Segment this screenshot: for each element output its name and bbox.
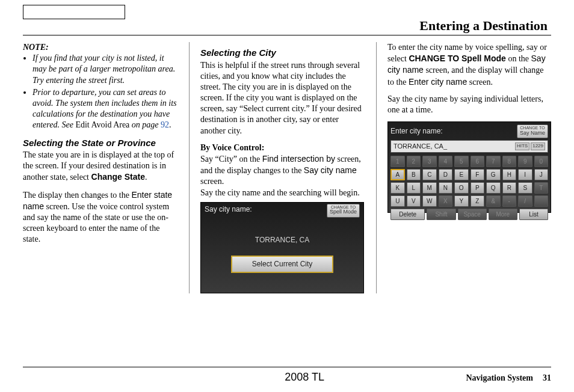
keyboard-key[interactable]: E bbox=[454, 169, 469, 180]
hits-value: 1229 bbox=[531, 142, 545, 150]
keyboard-key[interactable]: B bbox=[407, 169, 421, 180]
ui-label: CHANGE TO Spell Mode bbox=[409, 54, 506, 63]
text: The display then changes to the bbox=[23, 191, 131, 200]
text: screen. Use the voice control system and… bbox=[23, 202, 169, 244]
ui-label: Change State bbox=[91, 172, 145, 182]
keyboard-key[interactable]: J bbox=[534, 169, 549, 180]
page-link[interactable]: 92 bbox=[161, 120, 169, 129]
subheading-voice: By Voice Control: bbox=[200, 142, 364, 153]
blank-box bbox=[23, 5, 125, 19]
note-item: Prior to departure, you can set areas to… bbox=[32, 87, 177, 131]
delete-key[interactable]: Delete bbox=[390, 209, 425, 220]
model-label: 2008 TL bbox=[143, 371, 466, 384]
keyboard-key[interactable]: O bbox=[454, 182, 469, 194]
screen-title: Say city name: bbox=[205, 205, 252, 215]
text: screen. bbox=[200, 177, 224, 186]
page-number: 31 bbox=[543, 373, 551, 382]
footer: 2008 TL Navigation System 31 bbox=[23, 367, 551, 384]
keyboard-key[interactable]: 5 bbox=[454, 156, 469, 167]
text: screen. bbox=[467, 78, 493, 87]
hits-label: HITS bbox=[515, 142, 529, 150]
keyboard-key[interactable]: 3 bbox=[422, 156, 437, 167]
keyboard-key[interactable]: I bbox=[518, 169, 532, 180]
keyboard-key[interactable]: H bbox=[502, 169, 517, 180]
text: Spell Mode bbox=[330, 209, 357, 215]
keyboard-key[interactable]: X bbox=[439, 195, 453, 207]
subheading-state: Selecting the State or Province bbox=[23, 137, 177, 149]
text: Edit Avoid Area bbox=[75, 120, 129, 129]
paragraph: Say the city name and the searching will… bbox=[200, 188, 364, 198]
keyboard-key[interactable]: K bbox=[390, 182, 405, 194]
keyboard-key[interactable]: C bbox=[422, 169, 437, 180]
keyboard-key[interactable]: 2 bbox=[407, 156, 421, 167]
keyboard-key[interactable]: N bbox=[439, 182, 453, 194]
keyboard: 1234567890ABCDEFGHIJKLMNOPQRSTUVWXYZ&-/ bbox=[390, 156, 548, 207]
keyboard-key[interactable]: 7 bbox=[486, 156, 501, 167]
keyboard-key[interactable]: M bbox=[422, 182, 437, 194]
more-key[interactable]: More bbox=[489, 209, 517, 220]
note-label: NOTE: bbox=[23, 42, 177, 53]
keyboard-key[interactable]: 4 bbox=[439, 156, 453, 167]
text: . bbox=[169, 120, 171, 129]
navsys-label: Navigation System bbox=[466, 373, 533, 382]
text: Say Name bbox=[520, 130, 545, 136]
keyboard-key[interactable]: U bbox=[390, 195, 405, 207]
keyboard-key[interactable]: S bbox=[518, 182, 532, 194]
keyboard-key[interactable]: W bbox=[422, 195, 437, 207]
change-mode-button[interactable]: CHANGE TO Say Name bbox=[517, 124, 548, 138]
paragraph: To enter the city name by voice spelling… bbox=[387, 42, 551, 88]
text: . bbox=[145, 173, 147, 182]
space-key[interactable]: Space bbox=[458, 209, 487, 220]
ui-label: Say city name bbox=[304, 165, 357, 175]
keyboard-key[interactable]: / bbox=[518, 195, 532, 207]
keyboard-key[interactable]: & bbox=[486, 195, 501, 207]
paragraph: The state you are in is displayed at the… bbox=[23, 150, 177, 183]
keyboard-key[interactable]: F bbox=[471, 169, 485, 180]
keyboard-key[interactable]: L bbox=[407, 182, 421, 194]
keyboard-key[interactable]: V bbox=[407, 195, 421, 207]
shift-key[interactable]: Shift bbox=[427, 209, 455, 220]
nav-screen-enter-city: Enter city name: CHANGE TO Say Name TORR… bbox=[387, 121, 551, 213]
paragraph: Say the city name by saying individual l… bbox=[387, 94, 551, 115]
paragraph: Say “City” on the Find intersection by s… bbox=[200, 153, 364, 188]
keyboard-key[interactable]: Q bbox=[486, 182, 501, 194]
note-item: If you find that your city is not listed… bbox=[32, 53, 177, 86]
column-3: To enter the city name by voice spelling… bbox=[376, 42, 551, 293]
keyboard-key[interactable]: A bbox=[390, 169, 405, 180]
current-city: TORRANCE, CA bbox=[201, 236, 363, 245]
keyboard-key[interactable]: G bbox=[486, 169, 501, 180]
city-input[interactable]: TORRANCE, CA_ HITS 1229 bbox=[390, 140, 548, 152]
keyboard-key[interactable] bbox=[534, 195, 549, 207]
select-current-city-button[interactable]: Select Current City bbox=[231, 256, 333, 274]
content-columns: NOTE: If you find that your city is not … bbox=[23, 42, 551, 293]
change-mode-button[interactable]: CHANGE TO Spell Mode bbox=[327, 204, 360, 218]
keyboard-key[interactable]: 6 bbox=[471, 156, 485, 167]
hits-display: HITS 1229 bbox=[515, 142, 545, 150]
keyboard-key[interactable]: D bbox=[439, 169, 453, 180]
note-list: If you find that your city is not listed… bbox=[23, 53, 177, 130]
keyboard-key[interactable]: - bbox=[502, 195, 517, 207]
list-key[interactable]: List bbox=[519, 209, 548, 220]
keyboard-key[interactable]: 8 bbox=[502, 156, 517, 167]
keyboard-key[interactable]: T bbox=[534, 182, 549, 194]
keyboard-key[interactable]: Y bbox=[454, 195, 469, 207]
keyboard-bottom: Delete Shift Space More List bbox=[390, 209, 548, 220]
ui-label: Find intersection by bbox=[262, 154, 335, 164]
paragraph: This is helpful if the street runs throu… bbox=[200, 60, 364, 136]
keyboard-key[interactable]: Z bbox=[471, 195, 485, 207]
keyboard-key[interactable]: 9 bbox=[518, 156, 532, 167]
keyboard-key[interactable]: R bbox=[502, 182, 517, 194]
text: on the bbox=[506, 54, 531, 63]
paragraph: The display then changes to the Enter st… bbox=[23, 189, 177, 245]
page-title: Entering a Destination bbox=[419, 18, 548, 34]
subheading-city: Selecting the City bbox=[200, 47, 364, 59]
screen-title: Enter city name: bbox=[390, 127, 443, 136]
column-2: Selecting the City This is helpful if th… bbox=[189, 42, 364, 293]
keyboard-key[interactable]: 0 bbox=[534, 156, 549, 167]
keyboard-key[interactable]: 1 bbox=[390, 156, 405, 167]
screen-header: Enter city name: CHANGE TO Say Name bbox=[390, 124, 548, 138]
input-value: TORRANCE, CA_ bbox=[393, 142, 447, 150]
keyboard-key[interactable]: P bbox=[471, 182, 485, 194]
ui-label: Enter city name bbox=[409, 77, 467, 87]
divider bbox=[23, 35, 551, 35]
